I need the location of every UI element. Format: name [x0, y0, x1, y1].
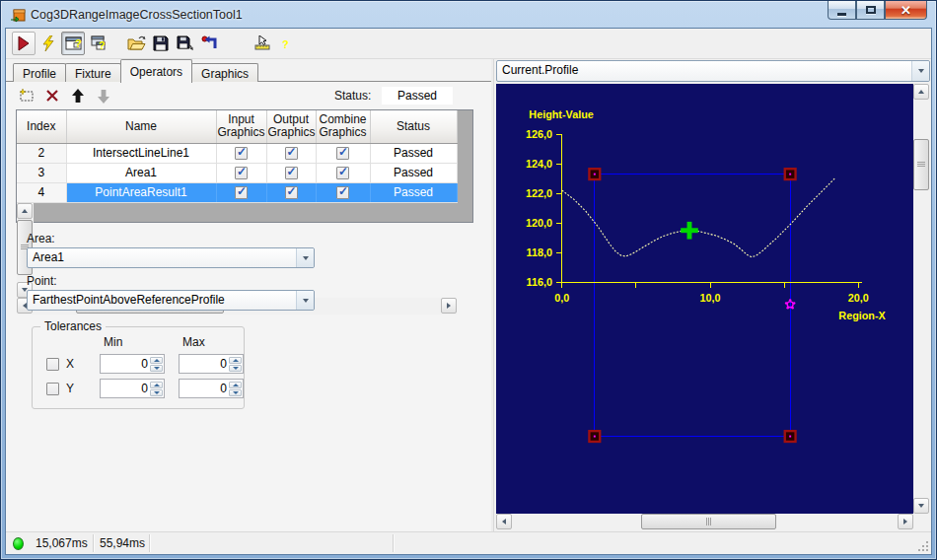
- close-button[interactable]: ✕: [885, 1, 927, 20]
- spinner-value[interactable]: 0: [181, 355, 227, 373]
- x-tick-label: 10,0: [700, 292, 721, 304]
- combine-graphics-checkbox[interactable]: [336, 186, 349, 199]
- tolerance-x-min-spinner[interactable]: 0: [100, 354, 165, 374]
- y-axis-title: Height-Value: [529, 108, 593, 120]
- col-input-graphics[interactable]: Input Graphics: [216, 110, 266, 143]
- chart-vertical-scrollbar[interactable]: [913, 84, 930, 514]
- scroll-up-button[interactable]: [913, 84, 929, 100]
- app-icon[interactable]: [10, 7, 26, 23]
- output-graphics-checkbox[interactable]: [285, 167, 298, 179]
- delete-operator-icon: [46, 90, 58, 102]
- scroll-left-button[interactable]: [496, 514, 512, 529]
- tab-fixture[interactable]: Fixture: [65, 63, 121, 84]
- result-time: 55,94ms: [100, 536, 145, 550]
- spin-down-button[interactable]: [150, 389, 163, 396]
- spin-down-button[interactable]: [229, 389, 242, 396]
- add-operator-button[interactable]: [16, 86, 37, 105]
- chevron-down-icon[interactable]: [296, 291, 314, 310]
- run-tool-electric-button[interactable]: [36, 32, 60, 55]
- move-operator-up-button[interactable]: [67, 86, 89, 105]
- chevron-down-icon[interactable]: [296, 248, 314, 267]
- y-tick-label: 118,0: [527, 246, 552, 258]
- spin-down-button[interactable]: [229, 365, 242, 372]
- profile-chart-display[interactable]: 116,0118,0120,0122,0124,0126,00,010,020,…: [496, 84, 913, 514]
- point-combobox[interactable]: FarthestPointAboveReferenceProfile: [27, 290, 315, 311]
- spinner-value[interactable]: 0: [103, 355, 148, 373]
- minimize-button[interactable]: [828, 1, 856, 20]
- tab-profile[interactable]: Profile: [13, 63, 66, 84]
- help-button[interactable]: ?: [275, 32, 299, 55]
- tolerance-y-label: Y: [66, 382, 74, 395]
- farthest-point-cross-icon[interactable]: [681, 222, 698, 240]
- float-result-display-button[interactable]: ?: [86, 32, 109, 55]
- output-graphics-checkbox[interactable]: [285, 147, 298, 160]
- spin-up-button[interactable]: [150, 357, 163, 364]
- col-combine-graphics[interactable]: Combine Graphics: [316, 110, 370, 143]
- save-tool-button[interactable]: [149, 32, 173, 55]
- input-graphics-checkbox[interactable]: [235, 167, 248, 179]
- panel-splitter[interactable]: [491, 59, 494, 531]
- tolerance-x-label: X: [66, 357, 74, 371]
- move-operator-down-button[interactable]: [93, 86, 114, 105]
- maximize-button[interactable]: [856, 1, 885, 20]
- col-status[interactable]: Status: [370, 110, 457, 143]
- table-row[interactable]: 3 Area1 Passed: [17, 163, 457, 182]
- x-axis-title: Region-X: [838, 310, 886, 321]
- tolerance-y-checkbox[interactable]: [46, 383, 59, 395]
- result-display-icon: ?: [65, 36, 82, 51]
- table-row[interactable]: 2 IntersectLineLine1 Passed: [17, 143, 457, 163]
- scroll-right-button[interactable]: [898, 514, 913, 529]
- region-corner-handle[interactable]: [589, 169, 600, 179]
- reset-tool-button[interactable]: [198, 32, 222, 55]
- minimize-icon: [837, 13, 846, 16]
- chevron-down-icon[interactable]: [911, 61, 929, 81]
- cell-status: Passed: [370, 182, 457, 202]
- tolerance-y-max-spinner[interactable]: 0: [179, 379, 244, 398]
- y-tick-label: 126,0: [526, 128, 552, 140]
- resize-grip-icon[interactable]: [918, 541, 929, 552]
- region-corner-handle[interactable]: [589, 431, 600, 442]
- region-corner-handle[interactable]: [785, 169, 796, 179]
- scroll-up-button[interactable]: [17, 203, 33, 219]
- delete-operator-button[interactable]: [41, 86, 63, 105]
- display-selector-value: Current.Profile: [502, 63, 578, 77]
- min-header: Min: [100, 335, 165, 349]
- spin-up-button[interactable]: [229, 357, 242, 364]
- open-tool-button[interactable]: [124, 32, 148, 55]
- save-tool-as-button[interactable]: [174, 32, 197, 55]
- area-combobox[interactable]: Area1: [27, 247, 315, 268]
- open-folder-icon: [127, 35, 146, 51]
- show-result-display-button[interactable]: ?: [61, 32, 85, 55]
- region-corner-handle[interactable]: [785, 431, 796, 442]
- spin-down-button[interactable]: [150, 365, 163, 372]
- spin-up-button[interactable]: [229, 382, 242, 388]
- col-output-graphics[interactable]: Output Graphics: [266, 110, 316, 143]
- input-graphics-checkbox[interactable]: [235, 147, 248, 160]
- tolerance-x-max-spinner[interactable]: 0: [179, 354, 244, 374]
- tab-operators[interactable]: Operators: [120, 59, 192, 83]
- col-index[interactable]: Index: [17, 110, 66, 143]
- output-graphics-checkbox[interactable]: [285, 186, 298, 199]
- tab-graphics[interactable]: Graphics: [191, 63, 258, 84]
- measure-units-button[interactable]: [251, 32, 274, 55]
- chart-horizontal-scrollbar[interactable]: [496, 514, 913, 530]
- spin-up-button[interactable]: [150, 382, 163, 388]
- display-selector-combobox[interactable]: Current.Profile: [496, 60, 930, 82]
- cell-index: 3: [17, 163, 66, 182]
- table-row[interactable]: 4 PointAreaResult1 Passed: [17, 182, 457, 202]
- tolerance-y-min-spinner[interactable]: 0: [100, 379, 165, 398]
- run-tool-button[interactable]: [12, 32, 36, 55]
- cell-name: PointAreaResult1: [66, 182, 216, 202]
- tolerance-x-checkbox[interactable]: [46, 358, 59, 371]
- input-graphics-checkbox[interactable]: [235, 186, 248, 199]
- combine-graphics-checkbox[interactable]: [336, 147, 349, 160]
- svg-text:?: ?: [75, 37, 82, 49]
- scrollbar-thumb[interactable]: [913, 139, 929, 190]
- col-name[interactable]: Name: [66, 110, 216, 143]
- titlebar[interactable]: Cog3DRangeImageCrossSectionTool1 ✕: [1, 1, 936, 28]
- spinner-value[interactable]: 0: [103, 380, 148, 397]
- scroll-down-button[interactable]: [913, 498, 929, 514]
- spinner-value[interactable]: 0: [181, 380, 227, 397]
- scrollbar-thumb[interactable]: [641, 514, 776, 529]
- combine-graphics-checkbox[interactable]: [336, 167, 349, 179]
